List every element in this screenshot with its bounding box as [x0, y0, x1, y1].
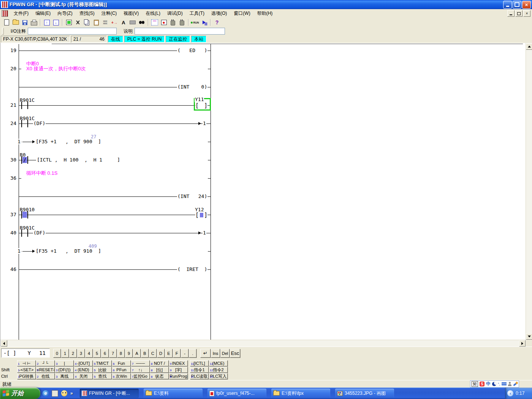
fn-shift-f7-button[interactable]: 7↑↓ — [131, 367, 150, 373]
jump-icon[interactable]: +→ — [110, 18, 119, 27]
fn-f7-button[interactable]: 7─── — [131, 360, 150, 366]
fn-ctrl-f11-button[interactable]: 11PLC读取 — [190, 373, 209, 379]
bar-icon[interactable] — [128, 18, 137, 27]
insert-key[interactable]: Ins — [211, 349, 220, 358]
menu-tools[interactable]: 工具(T) — [186, 9, 208, 18]
menu-online[interactable]: 在线(L) — [142, 9, 164, 18]
df-instruction[interactable]: (DF) — [33, 120, 46, 126]
fn-ctrl-f1-button[interactable]: 1PG转换 — [17, 373, 36, 379]
key-f[interactable]: F — [173, 349, 180, 358]
fn-shift-f8-button[interactable]: 8[位] — [150, 367, 169, 373]
fn-ctrl-f5-button[interactable]: 5查找 — [93, 373, 112, 379]
key-6[interactable]: 6 — [101, 349, 109, 358]
menu-search[interactable]: 查找(S) — [76, 9, 98, 18]
menu-file[interactable]: 文件(F) — [10, 9, 32, 18]
mdi-restore-button[interactable] — [515, 10, 522, 17]
coil-y12[interactable]: [] — [195, 212, 207, 218]
find-replace-icon[interactable]: HHX HHX — [101, 18, 110, 27]
scroll-down-button[interactable] — [526, 333, 532, 340]
menu-comment[interactable]: 注释(C) — [98, 9, 120, 18]
fn-shift-f2-button[interactable]: 2-<RESET> — [36, 367, 55, 373]
help-icon[interactable]: ? — [212, 18, 222, 27]
taskbar-button-folder2[interactable]: E:\资料\fpx — [271, 389, 330, 398]
f35-dt910-instruction[interactable]: [F35 +1 , DT 910 ] — [35, 248, 101, 254]
fn-ctrl-f12-button[interactable]: 12PLC写入 — [209, 373, 228, 379]
key-minus[interactable]: - — [181, 349, 188, 358]
key-period[interactable]: . — [189, 349, 196, 358]
ladder-editor[interactable]: 19 20 21 24 30 36 37 40 46 ( ED ) 中断0 X0… — [0, 43, 532, 347]
fullwidth-moon-icon[interactable] — [492, 382, 496, 386]
fn-ctrl-f3-button[interactable]: 3离线 — [55, 373, 74, 379]
key-2[interactable]: 2 — [69, 349, 77, 358]
fn-f4-button[interactable]: 4-[OUT] — [74, 360, 93, 366]
ime-language-bar[interactable]: 矩 S 中 °, — [470, 380, 519, 388]
fn-ctrl-f8-button[interactable]: 8状态 — [150, 373, 169, 379]
fn-ctrl-f4-button[interactable]: 4关闭 — [74, 373, 93, 379]
fn-f12-button[interactable]: 12(MCE) — [209, 360, 228, 366]
open-file-icon[interactable] — [11, 18, 20, 27]
description-input[interactable] — [135, 28, 225, 35]
new-file-icon[interactable] — [2, 18, 11, 27]
document-icon[interactable] — [2, 10, 8, 17]
quick-launch-app-icon[interactable] — [52, 390, 58, 397]
close-button[interactable]: × — [522, 1, 531, 9]
fn-f3-button[interactable]: 3| — [55, 360, 74, 366]
contact-r901c[interactable] — [21, 229, 28, 237]
fn-shift-f9-button[interactable]: 9[字] — [169, 367, 188, 373]
fn-f11-button[interactable]: 11[ICTL] — [190, 360, 209, 366]
menu-view[interactable]: 视图(V) — [120, 9, 142, 18]
fn-shift-f1-button[interactable]: 1-<SET> — [17, 367, 36, 373]
chinese-mode-icon[interactable]: 中 — [486, 381, 491, 387]
fn-f5-button[interactable]: 5TM/CT — [93, 360, 112, 366]
ime-shape-box[interactable]: 矩 — [472, 381, 478, 387]
monitoring-badge[interactable]: 正在监控 — [166, 36, 190, 43]
menu-edit[interactable]: 编辑(E) — [32, 9, 54, 18]
account-icon[interactable] — [508, 382, 511, 386]
select-window-icon[interactable] — [64, 18, 73, 27]
run-prog-toggle-icon[interactable] — [200, 18, 209, 27]
fn-f9-button[interactable]: 9INDEX — [169, 360, 188, 366]
print-icon[interactable] — [29, 18, 38, 27]
key-e[interactable]: E — [165, 349, 173, 358]
save-icon[interactable] — [20, 18, 29, 27]
copy-icon[interactable] — [82, 18, 92, 27]
escape-key[interactable]: Esc — [230, 349, 240, 358]
fn-f6-button[interactable]: 6Fun — [112, 360, 131, 366]
station-badge[interactable]: 本站 — [191, 36, 206, 43]
key-3[interactable]: 3 — [77, 349, 85, 358]
messenger-icon[interactable] — [61, 390, 67, 396]
fn-ctrl-f2-button[interactable]: 2在线 — [36, 373, 55, 379]
cut-icon[interactable] — [73, 18, 82, 27]
fn-ctrl-f9-button[interactable]: 9Run/Prog — [169, 373, 188, 379]
fn-shift-f4-button[interactable]: 4(END) — [74, 367, 93, 373]
start-button[interactable]: 开始 — [0, 388, 40, 399]
paste-icon[interactable] — [92, 18, 101, 27]
monitor-icon[interactable]: HHX — [150, 18, 159, 27]
f35-dt900-instruction[interactable]: [F35 +1 , DT 900 ] — [35, 139, 101, 144]
fn-shift-f12-button[interactable]: 12指令2 — [209, 367, 228, 373]
taskbar-button-paint[interactable]: 3455223.JPG - 画图 — [335, 389, 394, 398]
scroll-right-button[interactable] — [519, 340, 526, 347]
key-d[interactable]: D — [157, 349, 165, 358]
scroll-left-button[interactable] — [1, 340, 7, 347]
mdi-close-button[interactable]: × — [523, 10, 530, 17]
restore-button[interactable] — [513, 1, 521, 9]
iret-instruction[interactable]: ( IRET ) — [177, 266, 207, 272]
upload-program-icon[interactable]: ↑ — [42, 18, 51, 27]
online-mode-icon[interactable] — [168, 18, 177, 27]
find-icon[interactable] — [137, 18, 146, 27]
key-4[interactable]: 4 — [85, 349, 93, 358]
settings-wrench-icon[interactable] — [513, 382, 518, 386]
plc-mode-badge[interactable]: PLC = 遥控 RUN — [124, 36, 165, 43]
soft-keyboard-icon[interactable] — [502, 382, 507, 386]
run-mode-icon[interactable]: RUN — [190, 18, 200, 27]
menu-wizard[interactable]: 向导(Z) — [54, 9, 76, 18]
toolbar-grip[interactable] — [2, 28, 4, 35]
contact-r9010[interactable] — [21, 211, 28, 218]
text-comment-icon[interactable]: A — [119, 18, 128, 27]
menu-debug[interactable]: 调试(D) — [164, 9, 186, 18]
tray-chevron-icon[interactable]: ‹ — [507, 390, 513, 396]
taskbar-button-pdf[interactable]: fp0r_users_f475-... — [207, 389, 266, 398]
fn-f2-button[interactable]: 2┘└ — [36, 360, 55, 366]
key-7[interactable]: 7 — [109, 349, 117, 358]
